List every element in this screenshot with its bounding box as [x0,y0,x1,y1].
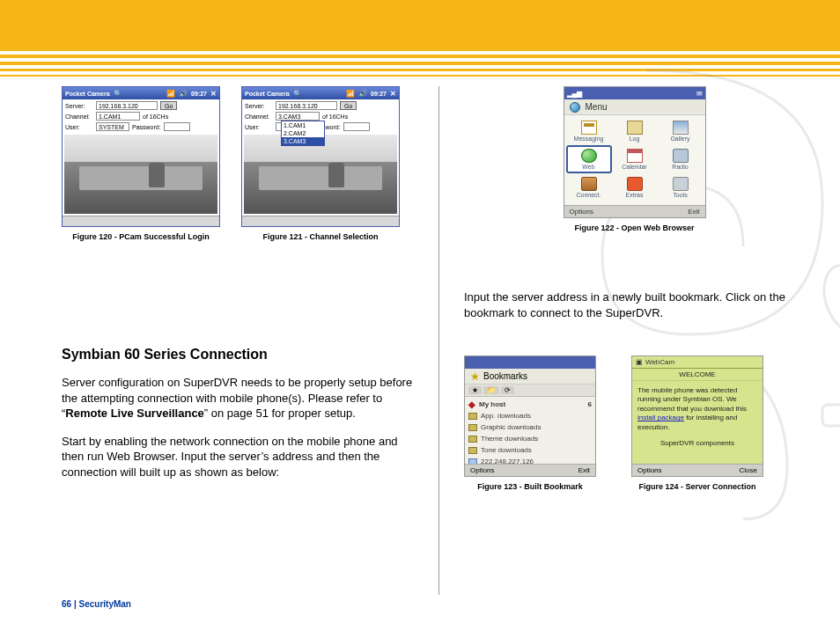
pcam-screenshot: Pocket Camera 🔍 📶 🔊 09:27 ✕ Server: 192.… [241,86,400,227]
softkey-left[interactable]: Options [637,466,662,474]
tab[interactable]: ⟳ [501,386,514,394]
menu-item-connect[interactable]: Connect. [566,173,612,201]
pcam-form: Server: 192.168.3.120 Go Channel: 1.CAM1… [63,99,219,135]
menu-label: Radio [672,164,688,170]
bookmark-label: Graphic downloads [481,423,541,431]
figure-122: ▂▄▆ ✉ Menu Messaging Log Gallery Web Cal… [464,86,805,232]
speaker-icon: 🔊 [179,90,188,98]
pcam-titlebar: Pocket Camera 🔍 📶 🔊 09:27 ✕ [63,87,219,99]
star-icon: ★ [470,370,480,383]
figure-caption: Figure 121 - Channel Selection [262,232,378,241]
signal-icon: 📶 [166,90,175,98]
paragraph: Start by enabling the network connection… [62,434,414,480]
folder-icon [468,447,477,454]
figure-120: Pocket Camera 🔍 📶 🔊 09:27 ✕ Server: 192.… [62,86,220,241]
signal-icon: ▂▄▆ [567,90,583,98]
channel-dropdown[interactable]: 1.CAM1 2.CAM2 3.CAM3 [281,121,325,146]
title-text: Bookmarks [483,371,527,381]
channel-of: of 16CHs [143,114,168,120]
softkey-right[interactable]: Exit [688,208,699,216]
channel-label: Channel: [65,114,93,120]
pcam-screenshot: Pocket Camera 🔍 📶 🔊 09:27 ✕ Server: 192.… [62,86,220,227]
folder-icon [468,413,477,420]
signal-icon: 📶 [346,90,355,98]
header-band [0,0,840,51]
menu-label: Extras [626,192,644,198]
web-icon [581,149,597,163]
menu-item-radio[interactable]: Radio [658,145,704,173]
bookmark-item[interactable]: ◆ My host 6 [468,399,592,410]
search-icon: 🔍 [114,90,122,98]
menu-grid: Messaging Log Gallery Web Calendar Radio… [564,115,705,203]
bookmark-label: My host [479,400,505,408]
paragraph: Server configuration on SuperDVR needs t… [62,375,414,421]
figure-caption: Figure 122 - Open Web Browser [464,223,805,232]
softkey-right[interactable]: Exit [578,466,590,474]
install-link[interactable]: install package [637,414,684,421]
bookmarks-list: ◆ My host 6 App. downloads Graphic downl… [465,397,595,469]
menu-item-tools[interactable]: Tools [658,173,704,201]
folder-icon [468,436,477,443]
channel-select[interactable]: 1.CAM1 [96,112,140,121]
figure-caption: Figure 123 - Built Bookmark [477,482,583,491]
bookmark-item[interactable]: Graphic downloads [468,421,592,433]
go-button[interactable]: Go [340,101,357,110]
sub-text: SuperDVR components [637,439,757,448]
webcam-screen: ▣ WebCam WELCOME The mobile phone was de… [631,355,763,477]
phone-statusbar [465,356,595,369]
column-separator [438,86,439,595]
search-icon: 🔍 [293,90,302,98]
go-button[interactable]: Go [160,101,177,110]
content-area: Pocket Camera 🔍 📶 🔊 09:27 ✕ Server: 192.… [62,86,805,595]
user-input[interactable]: SYSTEM [96,122,129,131]
tab[interactable]: ★ [468,386,482,394]
menu-item-gallery[interactable]: Gallery [658,117,704,145]
figure-caption: Figure 124 - Server Connection [638,482,755,491]
password-input[interactable] [343,122,370,131]
bookmark-item[interactable]: Tone downloads [468,444,592,456]
header-stripe [0,75,840,77]
bookmark-label: Tone downloads [481,446,532,454]
dropdown-item[interactable]: 3.CAM3 [282,137,324,145]
bookmark-item[interactable]: Theme downloads [468,433,592,444]
bookmarks-tabs: ★ 📁 ⟳ [465,385,595,397]
phone-menu: ▂▄▆ ✉ Menu Messaging Log Gallery Web Cal… [564,86,706,218]
menu-item-extras[interactable]: Extras [612,173,658,201]
title-text: WebCam [645,358,674,366]
page-footer: 66 | SecurityMan [62,599,131,609]
close-icon: ✕ [390,90,396,98]
menu-label: Connect. [576,192,601,198]
password-input[interactable] [164,122,190,131]
user-label: User: [245,124,273,130]
dropdown-item[interactable]: 1.CAM1 [282,121,324,129]
figure-row-top: Pocket Camera 🔍 📶 🔊 09:27 ✕ Server: 192.… [62,86,414,241]
menu-item-messaging[interactable]: Messaging [566,117,612,145]
bookmark-item[interactable]: App. downloads [468,410,592,421]
svg-rect-1 [822,405,840,426]
pcam-title-text: Pocket Camera [65,91,110,97]
close-icon: ✕ [210,90,217,98]
figure-row-bottom: ★ Bookmarks ★ 📁 ⟳ ◆ My host 6 [464,355,805,491]
softkey-bar: Options Close [632,464,763,476]
svg-point-0 [815,259,840,341]
menu-item-log[interactable]: Log [612,117,658,145]
tab[interactable]: 📁 [483,386,499,394]
softkey-bar: Options Exit [465,464,595,476]
menu-item-web[interactable]: Web [566,145,612,173]
figure-123: ★ Bookmarks ★ 📁 ⟳ ◆ My host 6 [464,355,596,491]
connect-icon [581,177,597,191]
softkey-left[interactable]: Options [570,208,594,216]
extras-icon [627,177,643,191]
menu-item-calendar[interactable]: Calendar [612,145,658,173]
server-input[interactable]: 192.168.3.120 [276,101,337,110]
menu-label: Menu [586,102,608,112]
server-input[interactable]: 192.168.3.120 [96,101,158,110]
softkey-right[interactable]: Close [740,466,757,474]
softkey-bar: Options Exit [564,205,705,217]
radio-icon [673,149,689,163]
pcam-time: 09:27 [371,91,387,97]
softkey-left[interactable]: Options [470,466,495,474]
dropdown-item[interactable]: 2.CAM2 [282,129,324,137]
pcam-video [64,135,217,214]
channel-select[interactable]: 3.CAM3 [276,112,320,121]
